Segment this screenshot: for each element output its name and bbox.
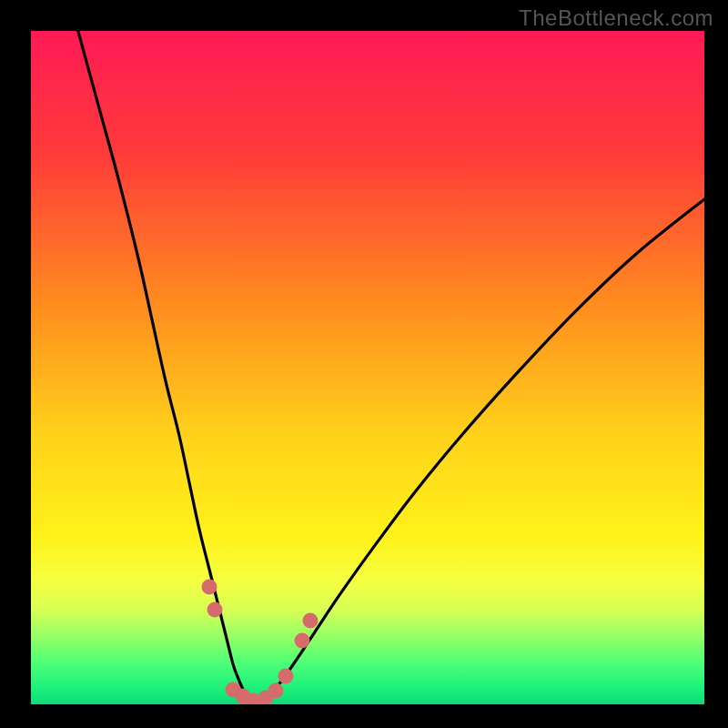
data-marker (278, 668, 293, 683)
data-marker (295, 632, 310, 648)
data-marker (207, 602, 223, 618)
curve-right-branch (253, 199, 704, 703)
chart-frame: TheBottleneck.com (0, 0, 728, 728)
watermark-text: TheBottleneck.com (519, 5, 713, 31)
data-marker (303, 612, 318, 628)
data-marker (268, 683, 283, 699)
plot-area (31, 31, 704, 704)
curve-left-branch (78, 31, 253, 703)
curve-layer (31, 31, 704, 704)
data-marker (202, 579, 217, 594)
